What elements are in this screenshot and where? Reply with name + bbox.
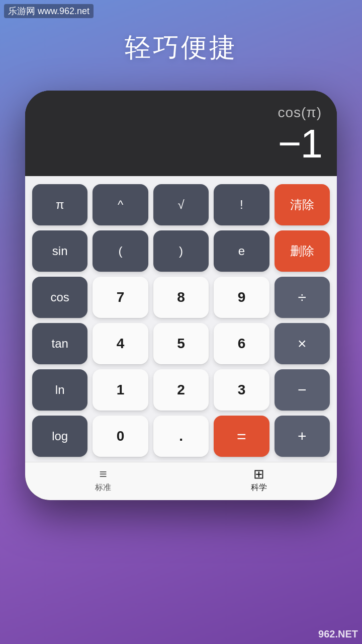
key-row: ln123− (32, 369, 330, 411)
five-key[interactable]: 5 (153, 323, 209, 364)
key-row: sin()e删除 (32, 230, 330, 272)
expression-display: cos(π) (278, 105, 322, 121)
page-title: 轻巧便捷 (125, 30, 237, 65)
pi-key[interactable]: π (32, 184, 87, 225)
result-display: −1 (278, 124, 322, 164)
key-row: log0.=+ (32, 416, 330, 457)
keypad: π^√!清除sin()e删除cos789÷tan456×ln123−log0.=… (25, 176, 337, 462)
key-row: π^√!清除 (32, 184, 330, 225)
divide-key[interactable]: ÷ (275, 277, 330, 318)
eight-key[interactable]: 8 (153, 277, 209, 318)
zero-key[interactable]: 0 (93, 416, 148, 457)
sin-key[interactable]: sin (32, 230, 87, 272)
euler-key[interactable]: e (214, 230, 269, 272)
cos-key[interactable]: cos (32, 277, 87, 318)
ln-key[interactable]: ln (32, 369, 87, 411)
standard-tab-label: 标准 (95, 482, 111, 493)
six-key[interactable]: 6 (214, 323, 269, 364)
key-row: cos789÷ (32, 277, 330, 318)
nine-key[interactable]: 9 (214, 277, 269, 318)
minus-key[interactable]: − (275, 369, 330, 411)
three-key[interactable]: 3 (214, 369, 269, 411)
scientific-tab-label: 科学 (251, 482, 267, 493)
tan-key[interactable]: tan (32, 323, 87, 364)
key-row: tan456× (32, 323, 330, 364)
factorial-key[interactable]: ! (214, 184, 269, 225)
clear-key[interactable]: 清除 (275, 184, 330, 225)
log-key[interactable]: log (32, 416, 87, 457)
close-paren-key[interactable]: ) (153, 230, 209, 272)
standard-tab-icon: ≡ (99, 467, 107, 480)
watermark-top: 乐游网 www.962.net (4, 4, 94, 18)
sqrt-key[interactable]: √ (153, 184, 209, 225)
decimal-key[interactable]: . (153, 416, 209, 457)
watermark-bottom: 962.NET (318, 628, 358, 640)
delete-key[interactable]: 删除 (275, 230, 330, 272)
multiply-key[interactable]: × (275, 323, 330, 364)
bottom-nav: ≡标准⊞科学 (25, 462, 337, 500)
seven-key[interactable]: 7 (93, 277, 148, 318)
open-paren-key[interactable]: ( (93, 230, 148, 272)
standard-tab[interactable]: ≡标准 (25, 467, 181, 493)
scientific-tab[interactable]: ⊞科学 (181, 467, 337, 493)
power-key[interactable]: ^ (93, 184, 148, 225)
two-key[interactable]: 2 (153, 369, 209, 411)
equals-key[interactable]: = (214, 416, 269, 457)
phone-frame: cos(π) −1 π^√!清除sin()e删除cos789÷tan456×ln… (25, 91, 337, 500)
plus-key[interactable]: + (275, 416, 330, 457)
one-key[interactable]: 1 (93, 369, 148, 411)
scientific-tab-icon: ⊞ (253, 467, 264, 480)
display-area: cos(π) −1 (25, 91, 337, 176)
four-key[interactable]: 4 (93, 323, 148, 364)
